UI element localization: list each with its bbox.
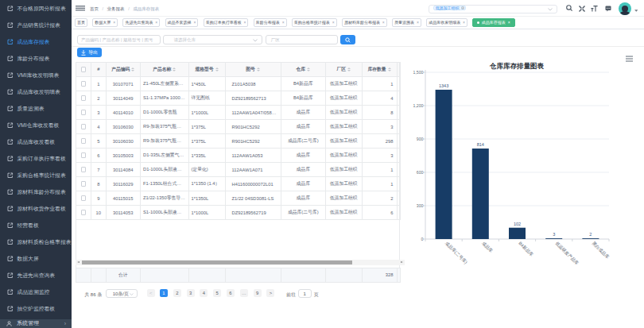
svg-text:低温研发产品库: 低温研发产品库 xyxy=(554,241,580,267)
svg-text:2: 2 xyxy=(589,232,592,237)
svg-text:102: 102 xyxy=(514,222,521,226)
svg-text:1343: 1343 xyxy=(439,83,448,88)
svg-text:成品库: 成品库 xyxy=(481,241,494,253)
svg-text:300: 300 xyxy=(417,203,424,208)
svg-text:900: 900 xyxy=(417,137,424,141)
svg-text:0: 0 xyxy=(421,237,424,241)
svg-text:仓库库存排量图表: 仓库库存排量图表 xyxy=(489,62,545,70)
svg-text:3: 3 xyxy=(553,232,555,237)
svg-text:成品库(二号库): 成品库(二号库) xyxy=(444,241,468,264)
svg-text:B4新品库: B4新品库 xyxy=(518,241,534,257)
svg-text:814: 814 xyxy=(477,142,484,147)
svg-text:黑白成品库: 黑白成品库 xyxy=(591,241,611,260)
svg-text:1,500: 1,500 xyxy=(413,70,424,75)
svg-text:1,200: 1,200 xyxy=(413,103,424,108)
svg-text:600: 600 xyxy=(417,170,424,175)
